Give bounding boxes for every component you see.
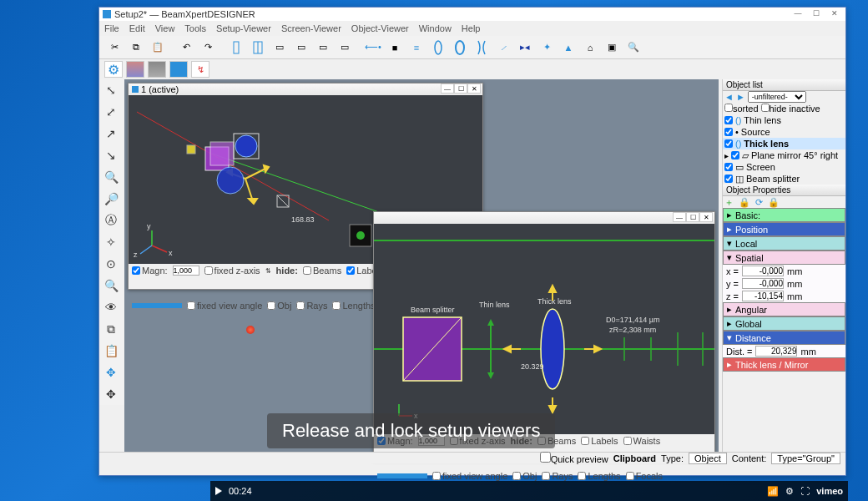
optics-tool-6[interactable]: ▭ [335, 38, 355, 58]
prop-x-input[interactable] [742, 266, 784, 276]
filter-select[interactable]: -unfiltered- [748, 91, 806, 103]
source-tool[interactable]: ⟵• [363, 38, 383, 58]
add-prop-icon[interactable]: ＋ [724, 196, 734, 209]
menu-tools[interactable]: Tools [184, 23, 206, 33]
view-mode-3[interactable] [169, 61, 188, 78]
optics-tool-5[interactable]: ▭ [313, 38, 333, 58]
nav-prev-icon[interactable]: ◄ [724, 92, 734, 102]
viewer-2-close[interactable]: ✕ [699, 212, 713, 222]
quick-preview-check[interactable] [540, 452, 551, 463]
settings-button[interactable]: ⚙ [104, 61, 123, 78]
measure-tool[interactable]: 🔍 [623, 38, 643, 58]
v2-slider[interactable] [377, 473, 427, 478]
fullscreen-icon[interactable]: ⛶ [800, 486, 810, 496]
axis-xy-icon[interactable]: ↗ [99, 123, 123, 144]
splitter-tool[interactable]: ▸◂ [515, 38, 535, 58]
lens-biconvex-icon[interactable] [428, 38, 448, 58]
viewer-1-max[interactable]: ☐ [454, 84, 467, 94]
menu-help[interactable]: Help [462, 23, 481, 33]
undo-button[interactable]: ↶ [176, 38, 196, 58]
v2-labels-check[interactable] [581, 437, 589, 445]
prop-y-input[interactable] [742, 278, 784, 289]
menu-edit[interactable]: Edit [129, 23, 145, 33]
v1-labels-check[interactable] [346, 266, 355, 275]
v1-slider[interactable] [132, 303, 182, 308]
prism-tool[interactable]: ▲ [558, 38, 578, 58]
v2-obj-check[interactable] [512, 472, 521, 480]
block-tool[interactable]: ■ [385, 38, 405, 58]
viewer-2-max[interactable]: ☐ [686, 212, 699, 222]
axis-xz-icon[interactable]: ⤢ [99, 101, 123, 123]
menu-window[interactable]: Window [419, 23, 452, 33]
v2-rays-check[interactable] [542, 472, 550, 480]
v2-fixedview-check[interactable] [432, 472, 441, 480]
v1-fixedview-check[interactable] [187, 301, 195, 310]
lock-icon[interactable]: 🔒 [739, 197, 750, 208]
lens-concave-icon[interactable] [472, 38, 492, 58]
settings-icon[interactable]: ⚙ [785, 486, 794, 497]
viewer-2-titlebar[interactable]: — ☐ ✕ [374, 212, 714, 224]
view-mode-4[interactable]: ↯ [191, 61, 209, 78]
v1-rays-check[interactable] [296, 301, 305, 310]
view-mode-2[interactable] [148, 61, 166, 78]
v1-obj-check[interactable] [267, 301, 275, 310]
optics-tool-1[interactable] [226, 38, 246, 58]
axis-yz-icon[interactable]: ↘ [99, 144, 123, 166]
optics-tool-4[interactable]: ▭ [291, 38, 311, 58]
focus-icon[interactable]: ✧ [99, 231, 123, 253]
paste-icon[interactable]: 📋 [99, 340, 123, 362]
v1-beams-check[interactable] [303, 266, 311, 275]
grating-tool[interactable]: ≡ [406, 38, 426, 58]
volume-icon[interactable]: 📶 [767, 486, 779, 497]
optics-tool-3[interactable]: ▭ [270, 38, 290, 58]
menu-screen-viewer[interactable]: Screen-Viewer [281, 23, 341, 33]
copy-icon[interactable]: ⧉ [99, 318, 123, 340]
zoom-out-icon[interactable]: 🔎 [99, 188, 123, 210]
v2-lengths-check[interactable] [578, 472, 586, 480]
menu-file[interactable]: File [104, 23, 119, 33]
minimize-button[interactable]: — [789, 8, 807, 19]
hide-inactive-check[interactable] [761, 104, 770, 112]
axis-xyz-icon[interactable]: ⤡ [99, 79, 123, 101]
lens-thick-icon[interactable] [450, 38, 470, 58]
play-button[interactable] [215, 487, 222, 495]
zoom-fit-icon[interactable]: Ⓐ [99, 210, 123, 231]
v1-magn-input[interactable] [173, 266, 199, 276]
v2-focals-check[interactable] [626, 472, 634, 480]
prop-dist-input[interactable] [755, 346, 797, 357]
lock2-icon[interactable]: 🔒 [768, 197, 780, 208]
viewer-1-close[interactable]: ✕ [467, 84, 481, 94]
menu-object-viewer[interactable]: Object-Viewer [351, 23, 409, 33]
redo-button[interactable]: ↷ [198, 38, 218, 58]
mirror-tool[interactable]: ⟋ [493, 38, 513, 58]
search-icon[interactable]: 🔍 [99, 275, 123, 296]
view-mode-1[interactable] [126, 61, 144, 78]
v2-waists-check[interactable] [623, 437, 632, 445]
paste-button[interactable]: 📋 [148, 38, 168, 58]
menu-view[interactable]: View [155, 23, 175, 33]
detector-tool[interactable]: ▣ [602, 38, 622, 58]
zoom-in-icon[interactable]: 🔍 [99, 166, 123, 188]
move-icon[interactable]: ✥ [99, 362, 123, 383]
refresh-icon[interactable]: ⟳ [755, 197, 763, 208]
v1-magn-check[interactable] [132, 266, 140, 275]
eye-icon[interactable]: 👁 [99, 296, 123, 318]
optics-tool-2[interactable] [248, 38, 268, 58]
viewer-2-canvas[interactable]: Beam splitter Thin lens Thick lens [374, 224, 714, 434]
cut-button[interactable]: ✂ [104, 38, 124, 58]
close-button[interactable]: ✕ [825, 8, 844, 19]
reset-view-icon[interactable]: ⊙ [99, 253, 123, 275]
viewer-2-min[interactable]: — [673, 212, 686, 222]
pan-icon[interactable]: ✥ [99, 383, 123, 405]
v1-fixedz-check[interactable] [204, 266, 213, 275]
screen-tool[interactable]: ⌂ [580, 38, 600, 58]
sorted-check[interactable] [724, 104, 733, 112]
nav-next-icon[interactable]: ► [736, 92, 745, 102]
maximize-button[interactable]: ☐ [807, 8, 825, 19]
v1-lengths-check[interactable] [332, 301, 341, 310]
viewer-1-min[interactable]: — [441, 84, 454, 94]
copy-button[interactable]: ⧉ [126, 38, 146, 58]
viewer-1-titlebar[interactable]: 1 (active) — ☐ ✕ [129, 84, 482, 95]
menu-setup-viewer[interactable]: Setup-Viewer [216, 23, 271, 33]
aperture-tool[interactable]: ✦ [537, 38, 557, 58]
